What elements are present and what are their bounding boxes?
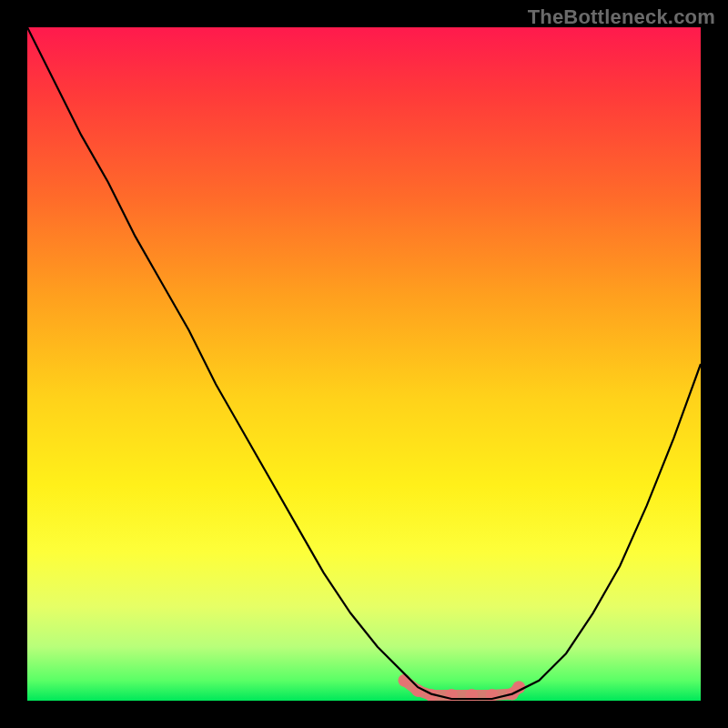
curve-line bbox=[27, 27, 701, 699]
chart-svg bbox=[27, 27, 701, 701]
chart-frame: TheBottleneck.com bbox=[0, 0, 728, 728]
plot-area bbox=[27, 27, 701, 701]
watermark-text: TheBottleneck.com bbox=[528, 5, 715, 29]
highlight-point bbox=[398, 674, 410, 687]
